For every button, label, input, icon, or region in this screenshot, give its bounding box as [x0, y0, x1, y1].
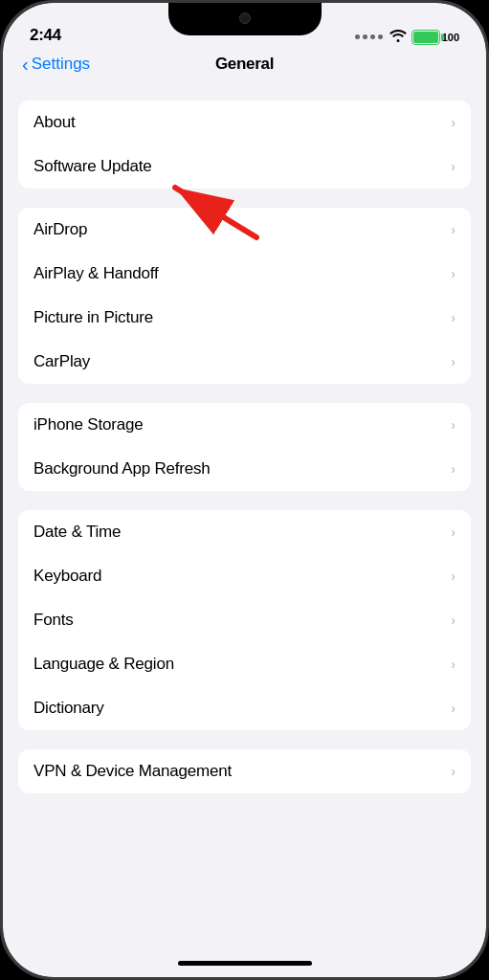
airplay-handoff-chevron-icon: ›	[451, 266, 456, 281]
about-chevron-container: ›	[451, 115, 456, 130]
dictionary-chevron-container: ›	[451, 701, 456, 716]
section-4: Date & Time › Keyboard › Fonts	[3, 510, 486, 730]
carplay-chevron-container: ›	[451, 354, 456, 369]
airplay-handoff-label: AirPlay & Handoff	[33, 264, 158, 283]
settings-row-about[interactable]: About ›	[18, 100, 471, 145]
picture-in-picture-label: Picture in Picture	[33, 308, 153, 327]
settings-row-keyboard[interactable]: Keyboard ›	[18, 554, 471, 598]
software-update-chevron-icon: ›	[451, 159, 456, 174]
software-update-chevron-container: ›	[451, 159, 456, 174]
fonts-chevron-container: ›	[451, 612, 456, 628]
signal-dot-3	[370, 34, 375, 39]
status-time: 2:44	[30, 26, 61, 45]
back-label: Settings	[32, 55, 90, 74]
settings-group-4: Date & Time › Keyboard › Fonts	[18, 510, 471, 730]
back-chevron-icon: ‹	[22, 55, 29, 74]
iphone-storage-chevron-icon: ›	[451, 417, 456, 433]
fonts-chevron-icon: ›	[451, 612, 456, 628]
date-time-chevron-container: ›	[451, 524, 456, 540]
vpn-chevron-icon: ›	[451, 764, 456, 779]
background-app-refresh-label: Background App Refresh	[33, 459, 211, 479]
settings-row-date-time[interactable]: Date & Time ›	[18, 510, 471, 554]
home-indicator	[178, 961, 312, 966]
settings-row-iphone-storage[interactable]: iPhone Storage ›	[18, 403, 471, 447]
settings-row-airdrop[interactable]: AirDrop ›	[18, 208, 471, 252]
airdrop-chevron-icon: ›	[451, 222, 456, 237]
date-time-label: Date & Time	[33, 523, 121, 542]
fonts-label: Fonts	[33, 611, 74, 630]
language-region-chevron-container: ›	[451, 657, 456, 672]
keyboard-chevron-icon: ›	[451, 568, 456, 584]
settings-row-picture-in-picture[interactable]: Picture in Picture ›	[18, 296, 471, 340]
notch-camera	[239, 12, 251, 24]
battery-fill	[413, 32, 438, 43]
background-app-refresh-chevron-icon: ›	[451, 461, 456, 477]
settings-group-1: About › Software Update ›	[18, 100, 471, 189]
signal-dot-4	[378, 34, 383, 39]
screen: 2:44 100	[3, 3, 486, 977]
background-app-refresh-chevron-container: ›	[451, 461, 456, 477]
settings-row-dictionary[interactable]: Dictionary ›	[18, 686, 471, 730]
software-update-label: Software Update	[33, 157, 152, 176]
airplay-handoff-chevron-container: ›	[451, 266, 456, 281]
about-label: About	[33, 113, 75, 132]
status-icons: 100	[355, 29, 459, 45]
signal-dot-1	[355, 34, 360, 39]
settings-row-software-update[interactable]: Software Update ›	[18, 145, 471, 189]
settings-row-carplay[interactable]: CarPlay ›	[18, 340, 471, 384]
phone-frame: 2:44 100	[0, 0, 489, 980]
settings-group-2: AirDrop › AirPlay & Handoff › Picture in…	[18, 208, 471, 384]
page-title: General	[215, 55, 274, 74]
settings-row-background-app-refresh[interactable]: Background App Refresh ›	[18, 447, 471, 491]
airdrop-chevron-container: ›	[451, 222, 456, 237]
airdrop-label: AirDrop	[33, 220, 87, 239]
battery-container: 100	[411, 30, 459, 45]
language-region-chevron-icon: ›	[451, 657, 456, 672]
nav-header: ‹ Settings General	[3, 51, 486, 85]
notch	[168, 3, 322, 35]
settings-row-vpn-device-management[interactable]: VPN & Device Management ›	[18, 749, 471, 793]
iphone-storage-chevron-container: ›	[451, 417, 456, 433]
settings-row-airplay-handoff[interactable]: AirPlay & Handoff ›	[18, 252, 471, 296]
signal-bars	[355, 34, 383, 39]
settings-content: About › Software Update ›	[3, 85, 486, 954]
settings-row-language-region[interactable]: Language & Region ›	[18, 642, 471, 686]
section-2: AirDrop › AirPlay & Handoff › Picture in…	[3, 208, 486, 384]
dictionary-label: Dictionary	[33, 699, 104, 718]
signal-dot-2	[363, 34, 367, 39]
dictionary-chevron-icon: ›	[451, 701, 456, 716]
battery-percent: 100	[442, 32, 459, 43]
settings-group-5: VPN & Device Management ›	[18, 749, 471, 793]
language-region-label: Language & Region	[33, 655, 174, 674]
section-3: iPhone Storage › Background App Refresh …	[3, 403, 486, 491]
section-1: About › Software Update ›	[3, 100, 486, 189]
keyboard-label: Keyboard	[33, 567, 101, 586]
carplay-label: CarPlay	[33, 352, 90, 371]
vpn-chevron-container: ›	[451, 764, 456, 779]
iphone-storage-label: iPhone Storage	[33, 415, 143, 434]
pip-chevron-icon: ›	[451, 310, 456, 325]
keyboard-chevron-container: ›	[451, 568, 456, 584]
wifi-icon	[389, 29, 407, 45]
battery-icon	[411, 30, 440, 45]
date-time-chevron-icon: ›	[451, 524, 456, 540]
pip-chevron-container: ›	[451, 310, 456, 325]
about-chevron-icon: ›	[451, 115, 456, 130]
settings-group-3: iPhone Storage › Background App Refresh …	[18, 403, 471, 491]
section-5: VPN & Device Management ›	[3, 749, 486, 793]
carplay-chevron-icon: ›	[451, 354, 456, 369]
settings-row-fonts[interactable]: Fonts ›	[18, 598, 471, 642]
vpn-device-management-label: VPN & Device Management	[33, 762, 232, 781]
